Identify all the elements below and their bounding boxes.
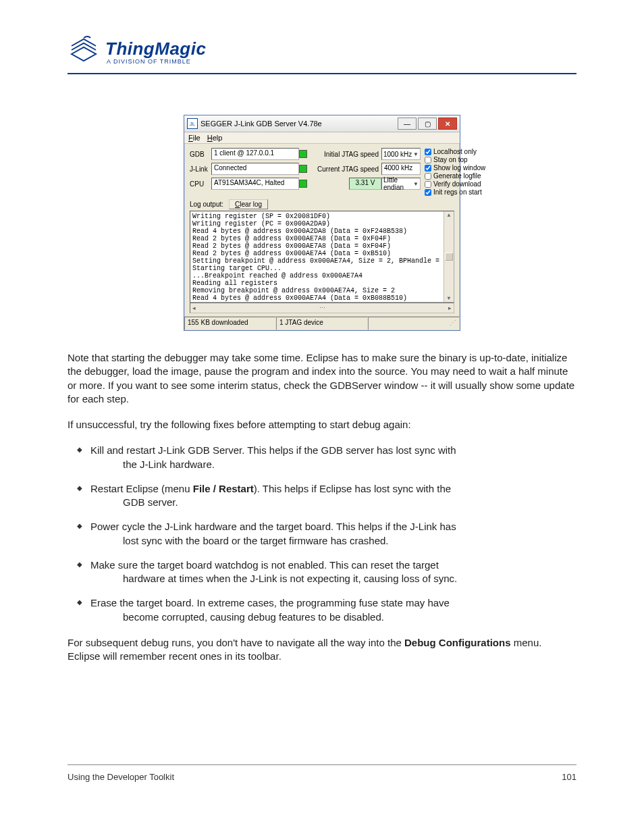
paragraph-note: Note that starting the debugger may take… — [68, 351, 576, 406]
body-text: Note that starting the debugger may take… — [68, 351, 576, 663]
page-header: ThingMagic A DIVISION OF TRIMBLE — [68, 34, 576, 69]
paragraph-closing: For subsequent debug runs, you don't hav… — [68, 636, 576, 664]
log-line: Reading all registers — [192, 280, 277, 287]
log-line: Setting breakpoint @ address 0x000AE7A4,… — [192, 257, 439, 265]
clear-log-button[interactable]: Clear log — [229, 199, 268, 209]
app-icon: JL — [187, 118, 198, 129]
vertical-scrollbar[interactable]: ▲▼ — [444, 211, 454, 302]
status-downloaded: 155 KB downloaded — [184, 317, 276, 330]
menu-file[interactable]: File — [188, 134, 200, 142]
resize-grip-icon[interactable]: ⋰ — [368, 317, 460, 330]
log-line: Read 4 bytes @ address 0x000A2DA8 (Data … — [192, 228, 407, 235]
check-verify-download[interactable]: Verify download — [425, 180, 489, 188]
thingmagic-logo-icon — [68, 34, 100, 69]
log-line: Starting target CPU... — [192, 265, 281, 272]
led-gdb — [299, 150, 307, 158]
menu-help[interactable]: Help — [207, 134, 223, 142]
field-jlink: Connected — [211, 163, 299, 175]
window-title: SEGGER J-Link GDB Server V4.78e — [200, 120, 322, 128]
log-line: Read 2 bytes @ address 0x000AE7A4 (Data … — [192, 250, 391, 257]
log-line: Writing register (PC = 0x000A2DA9) — [192, 220, 330, 228]
list-item: Restart Eclipse (menu File / Restart). T… — [68, 482, 576, 510]
status-jtag-device: 1 JTAG device — [276, 317, 368, 330]
check-localhost-only[interactable]: Localhost only — [425, 148, 489, 156]
list-item: Power cycle the J-Link hardware and the … — [68, 520, 576, 548]
maximize-button[interactable]: ▢ — [418, 118, 437, 130]
scroll-up-icon: ▲ — [448, 211, 451, 219]
check-show-log-window[interactable]: Show log window — [425, 164, 489, 172]
page-number: 101 — [562, 772, 576, 782]
log-line: Writing register (SP = 0x20081DF0) — [192, 213, 330, 220]
scroll-down-icon: ▼ — [448, 294, 451, 302]
field-voltage: 3.31 V — [349, 178, 381, 190]
brand-name: ThingMagic — [105, 38, 206, 59]
label-initial-speed: Initial JTAG speed — [307, 151, 381, 158]
menu-bar: File Help — [184, 132, 460, 144]
log-line: Read 2 bytes @ address 0x000AE7A8 (Data … — [192, 242, 391, 250]
gdb-server-window: JL SEGGER J-Link GDB Server V4.78e — ▢ ✕… — [184, 115, 460, 331]
label-cpu: CPU — [190, 180, 211, 188]
field-current-speed: 4000 kHz — [381, 163, 421, 175]
page-footer: Using the Developer Toolkit 101 — [68, 764, 576, 782]
window-titlebar: JL SEGGER J-Link GDB Server V4.78e — ▢ ✕ — [184, 115, 460, 132]
label-log-output: Log output: — [190, 201, 223, 208]
footer-section-title: Using the Developer Toolkit — [68, 772, 174, 782]
check-init-regs-on-start[interactable]: Init regs on start — [425, 188, 489, 197]
header-divider — [68, 73, 576, 74]
log-line: Removing breakpoint @ address 0x000AE7A4… — [192, 287, 395, 294]
chevron-down-icon: ▼ — [413, 181, 419, 187]
list-item: Erase the target board. In extreme cases… — [68, 596, 576, 624]
close-button[interactable]: ✕ — [438, 118, 457, 130]
options-panel: Localhost only Stay on top Show log wind… — [425, 148, 489, 197]
list-item: Make sure the target board watchdog is n… — [68, 558, 576, 586]
list-item: Kill and restart J-Link GDB Server. This… — [68, 444, 576, 471]
label-gdb: GDB — [190, 151, 211, 158]
field-gdb: 1 client @ 127.0.0.1 — [211, 148, 299, 160]
led-cpu — [299, 180, 307, 188]
scroll-right-icon: ▸ — [448, 305, 452, 311]
status-bar: 155 KB downloaded 1 JTAG device ⋰ — [184, 316, 460, 330]
scroll-thumb[interactable] — [445, 253, 453, 261]
field-cpu: AT91SAM3A4C, Halted — [211, 178, 299, 190]
label-current-speed: Current JTAG speed — [307, 165, 381, 173]
dropdown-endian[interactable]: Little endian▼ — [381, 178, 421, 190]
log-line: ...Breakpoint reached @ address 0x000AE7… — [192, 272, 363, 280]
chevron-down-icon: ▼ — [413, 151, 419, 157]
fixes-list: Kill and restart J-Link GDB Server. This… — [68, 444, 576, 624]
label-jlink: J-Link — [190, 165, 211, 173]
horizontal-scrollbar[interactable]: ◂ ⋯ ▸ — [190, 303, 454, 313]
log-line: Read 4 bytes @ address 0x000AE7A4 (Data … — [192, 294, 407, 302]
minimize-button[interactable]: — — [398, 118, 417, 130]
scroll-left-icon: ◂ — [192, 305, 196, 311]
check-stay-on-top[interactable]: Stay on top — [425, 156, 489, 164]
dropdown-initial-speed[interactable]: 1000 kHz▼ — [381, 148, 421, 160]
led-jlink — [299, 165, 307, 173]
log-output-area[interactable]: Writing register (SP = 0x20081DF0) Writi… — [190, 211, 454, 303]
log-line: Read 2 bytes @ address 0x000AE7A8 (Data … — [192, 235, 391, 242]
brand-subtitle: A DIVISION OF TRIMBLE — [107, 58, 206, 65]
check-generate-logfile[interactable]: Generate logfile — [425, 172, 489, 180]
paragraph-intro: If unsuccessful, try the following fixes… — [68, 418, 576, 432]
